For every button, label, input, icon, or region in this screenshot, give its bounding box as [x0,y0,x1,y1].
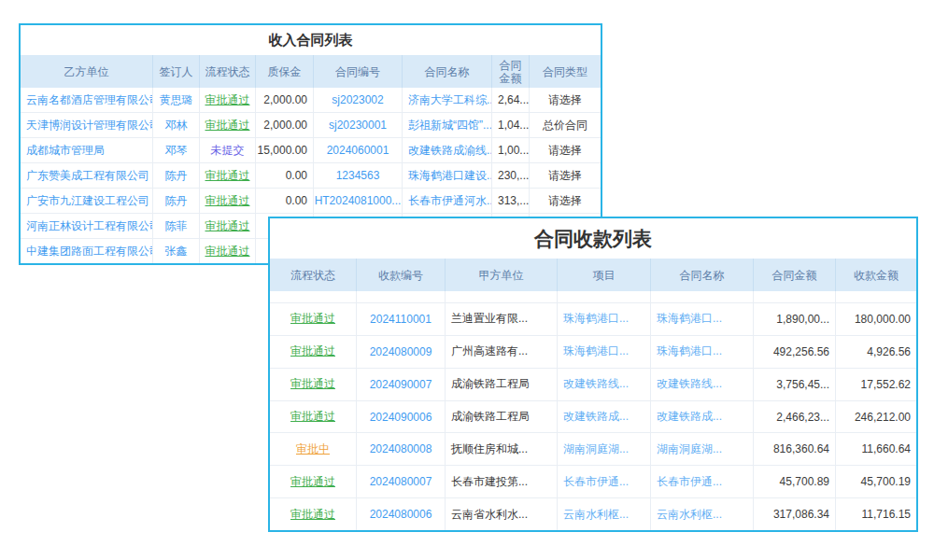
table-row[interactable]: 审批通过2024080006云南省水利水...云南水利枢...云南水利枢...3… [270,497,916,530]
cell-project[interactable]: 珠海鹤港口... [558,303,651,335]
cell-project[interactable]: 长春市伊通... [558,466,651,497]
cell-contract_type[interactable]: 总价合同 [530,113,601,137]
table-header-row: 流程状态收款编号甲方单位项目合同名称合同金额收款金额 [270,259,916,291]
cell-signer[interactable]: 邓琴 [153,138,200,162]
cell-status[interactable]: 审批通过 [270,369,357,400]
cell-status[interactable]: 审批通过 [200,113,256,137]
cell-contract_name[interactable]: 珠海鹤港口建设... [403,163,492,188]
cell-party_b[interactable]: 河南正林设计工程有限公司 [21,214,153,238]
header-status: 流程状态 [200,55,256,88]
cell-signer[interactable]: 陈丹 [153,189,200,213]
cell-receipt_no[interactable]: 2024080006 [357,498,446,530]
cell-contract_type[interactable]: 请选择 [530,88,601,112]
cell-project[interactable]: 改建铁路线... [558,369,651,400]
cell-contract_no[interactable]: 1234563 [314,163,403,188]
header-contract_name: 合同名称 [403,55,492,88]
cell-contract_name[interactable]: 彭祖新城“四馆”... [403,113,492,137]
cell-signer[interactable]: 陈丹 [153,163,200,188]
cell-status[interactable]: 审批通过 [270,401,357,433]
cell-receipt_no[interactable]: 2024080008 [357,433,446,465]
cell-contract_name[interactable]: 云南水利枢... [651,498,754,530]
cell-party_b[interactable]: 中建集团路面工程有限公司 [21,239,153,263]
cell-status[interactable]: 审批通过 [270,498,357,530]
table-row[interactable]: 云南名都酒店管理有限公司黄思璐审批通过2,000.00sj2023002济南大学… [21,88,601,112]
cell-retention: 0.00 [256,163,314,188]
table-header-row: 乙方单位签订人流程状态质保金合同编号合同名称合同金额合同类型 [21,55,601,88]
cell-party_b[interactable]: 广安市九江建设工程公司 [21,189,153,213]
cell-status[interactable]: 未提交 [200,138,256,162]
cell-party_a: 广州高速路有... [446,336,558,368]
income-contract-title: 收入合同列表 [21,25,601,55]
cell-receipt_no[interactable]: 2024080007 [357,466,446,497]
cell-signer[interactable]: 张鑫 [153,239,200,263]
cell-party_a: 成渝铁路工程局 [446,401,558,433]
cell-contract_name[interactable]: 济南大学工科综... [403,88,492,112]
cell-contract_type[interactable]: 请选择 [530,189,601,213]
table-row[interactable]: 广安市九江建设工程公司陈丹审批通过0.00HT2024081000...长春市伊… [21,188,601,213]
cell-status[interactable]: 审批通过 [200,239,256,263]
cell-status[interactable]: 审批通过 [200,163,256,188]
cell-receipt_no[interactable]: 2024090007 [357,369,446,400]
cell-contract_name[interactable]: 改建铁路成渝线... [403,138,492,162]
cell-project[interactable]: 湖南洞庭湖... [558,433,651,465]
cell-status[interactable]: 审批通过 [270,466,357,497]
cell-contract_no[interactable]: sj20230001 [314,113,403,137]
cell-contract_name[interactable]: 珠海鹤港口... [651,336,754,368]
header-contract_type: 合同类型 [530,55,601,88]
cell-contract_name[interactable]: 长春市伊通... [651,466,754,497]
cell-contract_no[interactable]: HT2024081000... [314,189,403,213]
cell-status[interactable]: 审批通过 [200,189,256,213]
cell-contract_no[interactable]: 2024060001 [314,138,403,162]
cell-amount: 2,64... [492,88,530,112]
cell-amount: 313,... [492,189,530,213]
cell-amount: 1,04... [492,113,530,137]
header-contract_name: 合同名称 [651,259,754,291]
cell-project[interactable]: 云南水利枢... [558,498,651,530]
table-row[interactable]: 审批通过2024110001兰迪置业有限...珠海鹤港口...珠海鹤港口...1… [270,302,916,335]
table-row[interactable]: 审批通过2024090006成渝铁路工程局改建铁路成...改建铁路成...2,4… [270,400,916,433]
cell-party_a: 云南省水利水... [446,498,558,530]
table-row[interactable]: 审批通过2024080009广州高速路有...珠海鹤港口...珠海鹤港口...4… [270,335,916,368]
cell-receipt_no[interactable]: 2024080009 [357,336,446,368]
cell-contract_amt: 317,086.34 [754,498,836,530]
cell-status[interactable]: 审批通过 [200,88,256,112]
cell-status[interactable]: 审批通过 [200,214,256,238]
table-row[interactable]: 审批通过2024080007长春市建投第...长春市伊通...长春市伊通...4… [270,465,916,497]
cell-party_b[interactable]: 云南名都酒店管理有限公司 [21,88,153,112]
cell-status[interactable]: 审批通过 [270,336,357,368]
table-row[interactable]: 广东赞美成工程有限公司陈丹审批通过0.001234563珠海鹤港口建设...23… [21,162,601,188]
spacer-cell [558,291,651,302]
cell-receipt_no[interactable]: 2024090006 [357,401,446,433]
cell-project[interactable]: 改建铁路成... [558,401,651,433]
cell-receipt_amt: 11,660.64 [836,433,916,465]
cell-party_b[interactable]: 天津博润设计管理有限公司 [21,113,153,137]
cell-signer[interactable]: 邓林 [153,113,200,137]
cell-contract_name[interactable]: 湖南洞庭湖... [651,433,754,465]
cell-retention: 2,000.00 [256,88,314,112]
spacer-cell [270,291,357,302]
header-amount: 合同金额 [492,55,530,88]
cell-project[interactable]: 珠海鹤港口... [558,336,651,368]
cell-contract_name[interactable]: 改建铁路成... [651,401,754,433]
header-party_b: 乙方单位 [21,55,153,88]
cell-contract_no[interactable]: sj2023002 [314,88,403,112]
cell-contract_name[interactable]: 长春市伊通河水... [403,189,492,213]
cell-status[interactable]: 审批中 [270,433,357,465]
cell-contract_name[interactable]: 珠海鹤港口... [651,303,754,335]
cell-signer[interactable]: 黄思璐 [153,88,200,112]
table-row[interactable]: 审批通过2024090007成渝铁路工程局改建铁路线...改建铁路线...3,7… [270,368,916,400]
cell-contract_amt: 2,466,23... [754,401,836,433]
cell-contract_type[interactable]: 请选择 [530,138,601,162]
cell-contract_type[interactable]: 请选择 [530,163,601,188]
cell-receipt_no[interactable]: 2024110001 [357,303,446,335]
cell-contract_name[interactable]: 改建铁路线... [651,369,754,400]
cell-amount: 230,... [492,163,530,188]
cell-signer[interactable]: 陈菲 [153,214,200,238]
table-row[interactable]: 成都城市管理局邓琴未提交15,000.002024060001改建铁路成渝线..… [21,137,601,162]
cell-party_b[interactable]: 广东赞美成工程有限公司 [21,163,153,188]
cell-status[interactable]: 审批通过 [270,303,357,335]
table-row[interactable]: 审批中2024080008抚顺住房和城...湖南洞庭湖...湖南洞庭湖...81… [270,432,916,465]
table-row[interactable]: 天津博润设计管理有限公司邓林审批通过2,000.00sj20230001彭祖新城… [21,112,601,137]
cell-party_b[interactable]: 成都城市管理局 [21,138,153,162]
header-retention: 质保金 [256,55,314,88]
